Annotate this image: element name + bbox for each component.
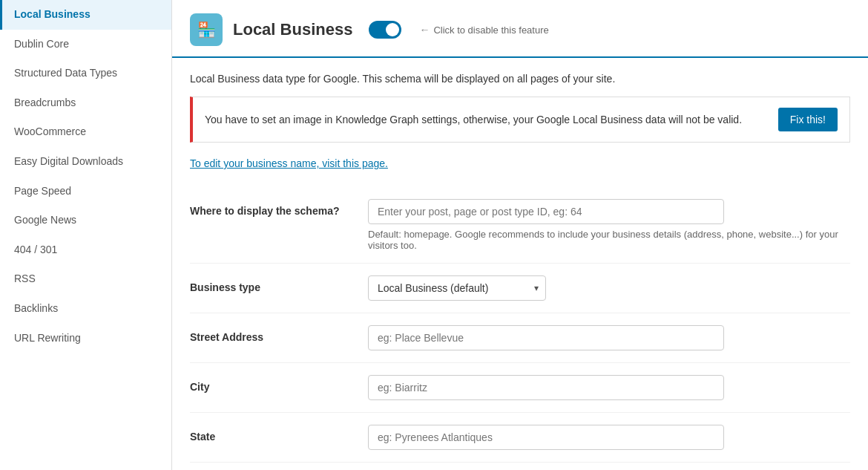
- form-control-wrap-state: [368, 425, 850, 450]
- sidebar-item-google-news[interactable]: Google News: [0, 206, 171, 235]
- main-content: 🏪 Local Business ← Click to disable this…: [172, 0, 868, 470]
- form-control-wrap-business-type: Local Business (default)BakeryBarOrPubBe…: [368, 275, 850, 301]
- input-street-address[interactable]: [368, 325, 724, 350]
- feature-toggle[interactable]: [369, 21, 401, 39]
- form-label-state: State: [190, 425, 353, 443]
- form-control-wrap-city: [368, 375, 850, 400]
- input-display-schema[interactable]: [368, 199, 724, 224]
- sidebar-item-local-business[interactable]: Local Business: [0, 0, 171, 30]
- form-control-wrap-street-address: [368, 325, 850, 350]
- input-city[interactable]: [368, 375, 724, 400]
- form-container: Where to display the schema?Default: hom…: [190, 187, 850, 470]
- content-area: Local Business data type for Google. Thi…: [172, 58, 868, 470]
- fix-button[interactable]: Fix this!: [778, 108, 838, 131]
- sidebar-item-dublin-core[interactable]: Dublin Core: [0, 30, 171, 59]
- sidebar-item-backlinks[interactable]: Backlinks: [0, 294, 171, 324]
- sidebar-item-easy-digital-downloads[interactable]: Easy Digital Downloads: [0, 147, 171, 177]
- input-state[interactable]: [368, 425, 724, 450]
- sidebar-item-breadcrumbs[interactable]: Breadcrumbs: [0, 88, 171, 118]
- form-control-wrap-display-schema: Default: homepage. Google recommends to …: [368, 199, 850, 251]
- sidebar-item-404-301[interactable]: 404 / 301: [0, 235, 171, 265]
- arrow-icon: ←: [419, 24, 430, 36]
- form-label-city: City: [190, 375, 353, 393]
- sidebar-item-url-rewriting[interactable]: URL Rewriting: [0, 324, 171, 353]
- page-title: Local Business: [233, 20, 352, 39]
- form-row-city: City: [190, 363, 850, 413]
- page-header: 🏪 Local Business ← Click to disable this…: [172, 0, 868, 58]
- edit-business-link[interactable]: To edit your business name, visit this p…: [190, 157, 388, 169]
- sidebar-item-page-speed[interactable]: Page Speed: [0, 177, 171, 206]
- description-text: Local Business data type for Google. Thi…: [190, 73, 850, 85]
- form-label-street-address: Street Address: [190, 325, 353, 343]
- form-hint-display-schema: Default: homepage. Google recommends to …: [368, 229, 850, 251]
- disable-hint: ← Click to disable this feature: [419, 24, 548, 36]
- sidebar: Local BusinessDublin CoreStructured Data…: [0, 0, 172, 470]
- select-business-type[interactable]: Local Business (default)BakeryBarOrPubBe…: [368, 275, 546, 301]
- form-label-business-type: Business type: [190, 275, 353, 293]
- warning-box: You have to set an image in Knowledge Gr…: [190, 97, 850, 143]
- page-icon: 🏪: [190, 13, 223, 46]
- disable-hint-text: Click to disable this feature: [433, 25, 548, 36]
- select-wrap-business-type: Local Business (default)BakeryBarOrPubBe…: [368, 275, 546, 301]
- form-row-state: State: [190, 413, 850, 463]
- warning-text: You have to set an image in Knowledge Gr…: [205, 114, 769, 125]
- sidebar-item-rss[interactable]: RSS: [0, 264, 171, 294]
- form-row-street-address: Street Address: [190, 313, 850, 363]
- form-label-display-schema: Where to display the schema?: [190, 199, 353, 217]
- form-row-business-type: Business typeLocal Business (default)Bak…: [190, 264, 850, 313]
- form-row-postal-code: Postal code: [190, 463, 850, 470]
- sidebar-item-woocommerce[interactable]: WooCommerce: [0, 117, 171, 147]
- sidebar-item-structured-data-types[interactable]: Structured Data Types: [0, 59, 171, 88]
- feature-toggle-container: [369, 21, 401, 39]
- form-row-display-schema: Where to display the schema?Default: hom…: [190, 187, 850, 264]
